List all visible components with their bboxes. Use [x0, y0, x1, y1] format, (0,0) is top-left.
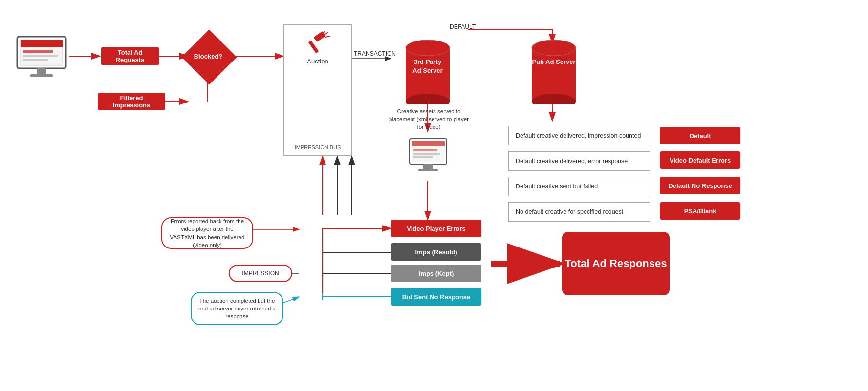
svg-rect-54 [418, 169, 438, 171]
total-ad-requests-label: Total Ad Requests [106, 49, 154, 63]
status-label-2: Default creative delivered, error respon… [516, 158, 628, 165]
auction-completed-label: The auction completed but the end ad ser… [197, 297, 277, 320]
impression-bus-label: IMPRESSION BUS [295, 144, 341, 150]
filtered-impressions-label: Filtered Impressions [103, 94, 160, 109]
auction-box: Auction IMPRESSION BUS [283, 24, 352, 156]
status-label-3: Default creative sent but failed [516, 183, 598, 190]
creative-monitor [409, 138, 448, 176]
svg-rect-51 [413, 153, 440, 155]
status-box-2: Default creative delivered, error respon… [508, 151, 650, 171]
default-label: DEFAULT [450, 23, 476, 30]
svg-rect-35 [37, 68, 46, 74]
auction-label: Auction [307, 58, 328, 65]
status-box-1: Default creative delivered, impression c… [508, 126, 650, 145]
right-label-text-1: Default [689, 132, 711, 140]
svg-rect-52 [413, 156, 433, 158]
imps-kept-box: Imps (Kept) [391, 265, 481, 282]
video-player-errors-label: Video Player Errors [407, 225, 465, 232]
third-party-label: 3rd PartyAd Server [412, 58, 442, 74]
svg-line-41 [323, 31, 325, 33]
errors-reported-label: Errors reported back from the video play… [168, 217, 246, 248]
total-ad-responses-box: Total Ad Responses [562, 232, 670, 295]
svg-rect-50 [413, 149, 437, 151]
status-label-4: No default creative for specified reques… [516, 208, 623, 215]
filtered-impressions-box: Filtered Impressions [98, 93, 165, 110]
svg-line-40 [326, 36, 330, 37]
svg-rect-38 [308, 41, 319, 54]
third-party-cylinder: 3rd PartyAd Server [401, 33, 455, 104]
video-player-errors-box: Video Player Errors [391, 220, 481, 237]
bid-sent-label: Bid Sent No Response [402, 293, 470, 301]
transaction-label: TRANSACTION [354, 50, 396, 57]
right-label-4: PSA/Blank [660, 202, 740, 220]
svg-line-39 [324, 32, 328, 35]
pub-ad-server-cylinder: Pub Ad Server [527, 33, 581, 104]
pub-ad-server-label: Pub Ad Server [532, 58, 575, 65]
blocked-diamond: Blocked? [190, 38, 227, 75]
imps-resold-label: Imps (Resold) [415, 248, 457, 256]
monitor-icon [15, 34, 68, 78]
total-ad-requests-box: Total Ad Requests [101, 47, 159, 65]
svg-rect-49 [412, 141, 445, 146]
total-ad-responses-label: Total Ad Responses [564, 257, 667, 270]
imps-resold-box: Imps (Resold) [391, 243, 481, 261]
svg-rect-31 [21, 40, 63, 47]
status-box-4: No default creative for specified reques… [508, 202, 650, 222]
blocked-label: Blocked? [194, 53, 223, 60]
right-label-2: Video Default Errors [660, 151, 740, 169]
right-label-text-3: Default No Response [668, 182, 732, 189]
svg-rect-53 [423, 164, 433, 169]
impression-label-box: IMPRESSION [229, 265, 292, 282]
diagram-container: Total Ad Requests Blocked? Filtered Impr… [0, 0, 868, 391]
errors-reported-box: Errors reported back from the video play… [161, 217, 253, 249]
svg-rect-33 [23, 55, 58, 57]
right-label-3: Default No Response [660, 177, 740, 194]
right-label-1: Default [660, 127, 740, 144]
bid-sent-no-response-box: Bid Sent No Response [391, 288, 481, 306]
right-label-text-4: PSA/Blank [684, 207, 716, 215]
impression-label: IMPRESSION [242, 270, 279, 277]
auction-completed-box: The auction completed but the end ad ser… [191, 292, 283, 325]
svg-rect-32 [23, 50, 53, 53]
status-label-1: Default creative delivered, impression c… [516, 132, 641, 139]
imps-kept-label: Imps (Kept) [419, 270, 454, 277]
svg-rect-36 [30, 74, 53, 77]
right-label-text-2: Video Default Errors [670, 157, 731, 164]
svg-rect-34 [23, 59, 48, 61]
creative-assets-label: Creative assets served to placement (xml… [389, 107, 469, 131]
hammer-icon [304, 31, 331, 56]
status-box-3: Default creative sent but failed [508, 177, 650, 196]
